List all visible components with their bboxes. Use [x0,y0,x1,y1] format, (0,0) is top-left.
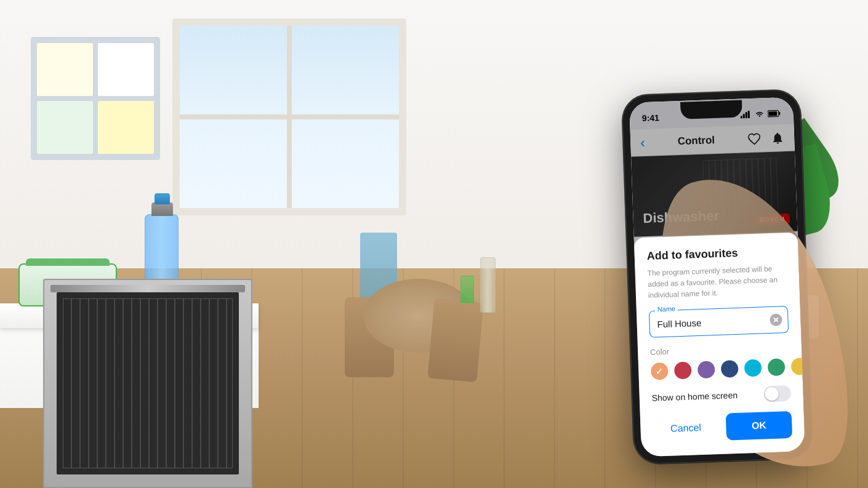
dishwasher-scene [43,279,252,488]
dishwasher-control-panel [50,285,245,292]
name-input-wrapper: Name [649,306,789,338]
bottle-top [155,193,170,204]
add-to-favourites-sheet: Add to favourites The program currently … [634,232,805,457]
home-screen-toggle[interactable] [763,385,791,402]
dishwasher-rack [63,298,233,468]
modal-overlay: Add to favourites The program currently … [629,97,805,457]
phone-device: 9:41 [622,89,813,465]
color-option-cyan[interactable] [744,359,762,377]
action-buttons-row: Cancel OK [653,411,792,443]
home-screen-toggle-row: Show on home screen [651,385,791,406]
memo-item [98,101,154,154]
kitchen-window [172,18,406,215]
memo-item [37,43,93,96]
chair-right [427,298,483,382]
color-option-green[interactable] [768,358,786,376]
color-picker-row [651,358,790,380]
color-option-red[interactable] [674,362,692,380]
memo-item [37,101,93,154]
sheet-description: The program currently selected will be a… [647,263,787,301]
memo-board [31,37,160,160]
ok-button[interactable]: OK [726,411,792,441]
color-option-navy[interactable] [721,360,739,378]
table-bottle [480,257,496,313]
phone-body: 9:41 [622,89,813,465]
cancel-button[interactable]: Cancel [653,414,719,443]
input-label: Name [655,305,678,313]
bottle-cap [151,202,173,216]
color-option-orange[interactable] [651,362,669,380]
dishwasher-interior [57,292,239,474]
phone-screen: 9:41 [629,97,805,457]
color-option-purple[interactable] [697,361,715,378]
color-label: Color [650,343,789,357]
sheet-title: Add to favourites [646,245,786,263]
toggle-label: Show on home screen [652,390,738,403]
memo-item [98,43,154,96]
table-glass [460,276,474,303]
